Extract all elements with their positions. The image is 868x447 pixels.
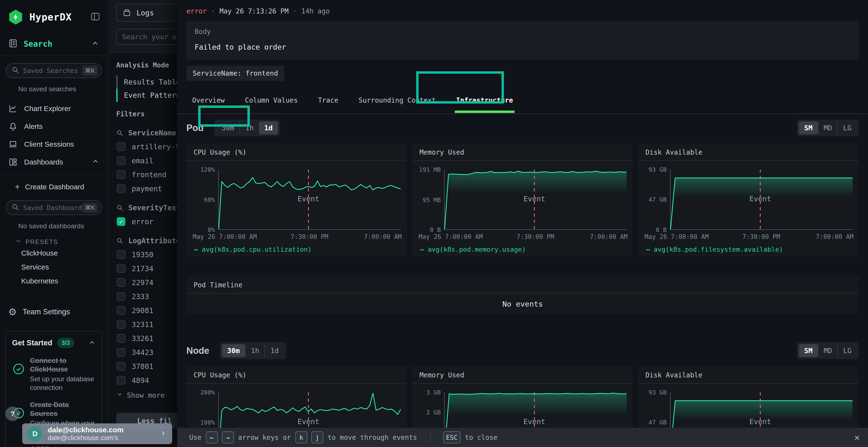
search-section-label: Search — [24, 39, 52, 49]
help-button[interactable]: ? — [5, 407, 20, 421]
checkbox-icon[interactable] — [117, 334, 125, 343]
x-axis-tick: May 26 7:00:00 AM — [418, 233, 483, 240]
sidebar-item-team-settings[interactable]: ⚙ Team Settings — [0, 288, 107, 317]
search-icon — [11, 66, 19, 75]
chevron-down-icon — [15, 238, 22, 246]
chevron-down-icon — [116, 391, 123, 399]
search-icon — [116, 129, 123, 137]
separator-dot: · — [211, 7, 215, 15]
get-started-item[interactable]: Add DataStart sending logs, metrics, or … — [12, 445, 95, 447]
chevron-up-icon[interactable] — [91, 39, 99, 48]
close-icon[interactable]: ✕ — [854, 432, 860, 443]
filter-option-label: frontend — [132, 171, 166, 179]
sidebar-item-dashboards[interactable]: Dashboards — [0, 153, 107, 171]
hint-arrow-keys: arrow keys or — [238, 434, 291, 442]
checkbox-icon[interactable] — [117, 320, 125, 329]
x-axis-tick: 7:30:00 PM — [742, 233, 780, 240]
create-dashboard-button[interactable]: + Create Dashboard — [0, 175, 107, 193]
sidebar: HyperDX Search Saved Searches ⌘K No save… — [0, 0, 108, 447]
checkbox-icon[interactable] — [117, 306, 125, 315]
user-account-chip[interactable]: D dale@clickhouse.com dale@clickhouse.co… — [22, 423, 172, 444]
collapse-sidebar-icon[interactable] — [90, 11, 100, 23]
legend-label: avg(k8s.pod.memory.usage) — [428, 246, 526, 253]
checkbox-icon[interactable] — [117, 142, 125, 151]
laptop-icon — [8, 139, 19, 149]
saved-dashboards-placeholder: Saved Dashboards — [23, 204, 82, 211]
sidebar-item-label: Client Sessions — [24, 140, 74, 148]
node-range-1d[interactable]: 1d — [265, 344, 284, 357]
divider — [430, 432, 431, 443]
checkbox-icon[interactable] — [117, 264, 125, 273]
pod-range-30m[interactable]: 30m — [216, 122, 240, 134]
tab-trace[interactable]: Trace — [317, 89, 340, 111]
pod-disk-chart-card: Disk Available93 GB47 GB0 BEventMay 26 7… — [638, 143, 859, 256]
node-size-lg[interactable]: LG — [837, 344, 857, 357]
checkbox-icon[interactable] — [117, 170, 125, 179]
tab-overview[interactable]: Overview — [191, 89, 226, 111]
pod-range-1d[interactable]: 1d — [259, 122, 278, 134]
pod-size-lg[interactable]: LG — [837, 122, 857, 134]
filter-option-label: 21734 — [132, 265, 153, 273]
chevron-up-icon[interactable] — [92, 158, 99, 167]
node-size-md[interactable]: MD — [818, 344, 837, 357]
y-axis: 191 MB95 MB0 B — [418, 170, 444, 230]
y-axis: 93 GB47 GB0 B — [645, 170, 670, 230]
x-axis-tick: 7:30:00 PM — [517, 233, 554, 240]
tab-column-values[interactable]: Column Values — [244, 89, 299, 111]
pod-timeline-card: Pod Timeline No events — [186, 276, 859, 314]
checkbox-icon[interactable] — [117, 292, 125, 301]
y-axis-tick: 60% — [204, 196, 215, 203]
checkbox-icon[interactable] — [117, 376, 125, 385]
hyperdx-logo-icon — [8, 10, 23, 25]
checkbox-checked-icon[interactable]: ✓ — [117, 217, 125, 226]
checkbox-icon[interactable] — [117, 184, 125, 193]
tab-infrastructure[interactable]: Infrastructure — [455, 89, 515, 111]
pod-size-md[interactable]: MD — [818, 122, 837, 134]
checkbox-icon[interactable] — [117, 250, 125, 259]
chart-body: 191 MB95 MB0 BEventMay 26 7:00:00 AM7:30… — [412, 161, 633, 241]
pod-range-1h[interactable]: 1h — [240, 122, 259, 134]
preset-item-kubernetes[interactable]: Kubernetes — [0, 274, 107, 288]
event-marker-label: Event — [749, 417, 771, 426]
get-started-item[interactable]: Connect to ClickHouseSet up your databas… — [12, 356, 95, 392]
filter-option-label: 29081 — [132, 306, 153, 315]
avatar: D — [28, 426, 42, 441]
checkbox-icon[interactable] — [117, 156, 125, 165]
y-axis-tick: 191 MB — [419, 166, 441, 173]
chevron-right-icon — [160, 429, 167, 438]
app-title: HyperDX — [29, 11, 72, 23]
node-size-sm[interactable]: SM — [799, 344, 818, 357]
preset-item-services[interactable]: Services — [0, 260, 107, 274]
legend-line-icon: — — [420, 246, 424, 253]
y-axis-tick: 47 GB — [649, 196, 667, 203]
checkbox-icon[interactable] — [117, 362, 125, 371]
sidebar-item-search[interactable]: Search — [0, 25, 107, 56]
sidebar-item-client-sessions[interactable]: Client Sessions — [0, 135, 107, 153]
body-label: Body — [194, 28, 850, 36]
service-name-chip[interactable]: ServiceName: frontend — [186, 66, 284, 81]
get-started-header[interactable]: Get Started 3/3 — [12, 338, 95, 348]
presets-toggle[interactable]: PRESETS — [0, 232, 107, 246]
filter-option-label: 33261 — [132, 334, 153, 343]
node-range-30m[interactable]: 30m — [222, 344, 245, 357]
checkbox-icon[interactable] — [117, 348, 125, 357]
checkbox-icon[interactable] — [117, 278, 125, 287]
chevron-up-icon[interactable] — [88, 339, 95, 347]
preset-item-clickhouse[interactable]: ClickHouse — [0, 246, 107, 260]
get-started-item-title: Add Data — [30, 445, 95, 447]
event-marker-label: Event — [298, 195, 319, 203]
sidebar-item-alerts[interactable]: Alerts — [0, 117, 107, 135]
pod-size-sm[interactable]: SM — [799, 122, 818, 134]
metric-line — [219, 177, 401, 229]
k-key: k — [296, 431, 307, 443]
saved-searches-placeholder: Saved Searches — [23, 67, 82, 74]
saved-dashboards-input[interactable]: Saved Dashboards ⌘K — [6, 200, 102, 215]
node-range-1h[interactable]: 1h — [245, 344, 265, 357]
get-started-title: Get Started — [12, 339, 52, 347]
saved-searches-input[interactable]: Saved Searches ⌘K — [6, 63, 102, 78]
pod-memory-chart-card: Memory Used191 MB95 MB0 BEventMay 26 7:0… — [412, 143, 633, 256]
dashboard-grid-icon — [8, 157, 19, 167]
legend-label: avg(k8s.pod.cpu.utilization) — [202, 246, 311, 253]
sidebar-item-chart-explorer[interactable]: Chart Explorer — [0, 100, 107, 117]
tab-surrounding-context[interactable]: Surrounding Context — [357, 89, 437, 111]
